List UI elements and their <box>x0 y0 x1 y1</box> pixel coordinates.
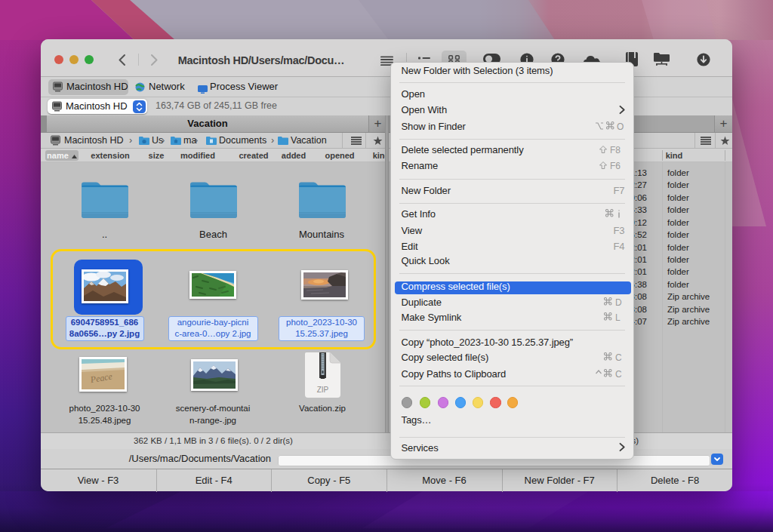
svg-text:F8: F8 <box>610 145 621 155</box>
svg-text:ZIP: ZIP <box>316 386 328 394</box>
svg-text:D: D <box>615 297 622 307</box>
svg-text:C: C <box>615 369 622 379</box>
svg-text:L: L <box>615 312 621 322</box>
svg-text:O: O <box>617 121 624 131</box>
svg-text:C: C <box>615 352 622 362</box>
svg-text:F6: F6 <box>610 161 621 171</box>
